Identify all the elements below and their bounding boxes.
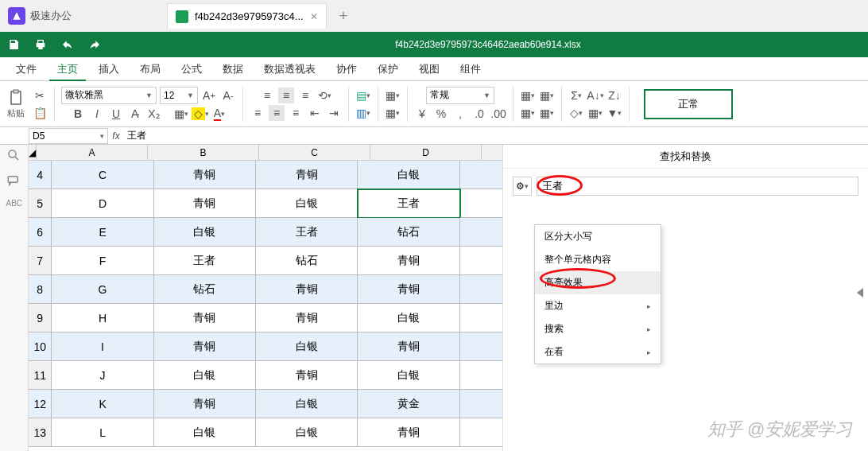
fill-color-button[interactable]: ◇▾ — [192, 106, 208, 122]
menu-item[interactable]: 搜索▸ — [535, 317, 661, 340]
scroll-left-icon[interactable] — [857, 288, 863, 297]
indent-icon[interactable]: ⇤ — [307, 105, 323, 121]
cell-style-preview[interactable]: 正常 — [644, 89, 733, 119]
cell[interactable]: 王者 — [358, 189, 459, 218]
close-icon[interactable]: ✕ — [310, 11, 318, 22]
cell[interactable]: 白银 — [358, 304, 459, 332]
cell[interactable]: 白银 — [256, 189, 358, 218]
ribbon-tab-6[interactable]: 数据透视表 — [256, 57, 324, 81]
row-header[interactable]: 13 — [29, 418, 52, 447]
cell[interactable]: 白银 — [358, 161, 459, 189]
cell[interactable]: I — [52, 332, 153, 361]
decrease-font-icon[interactable]: A- — [220, 87, 236, 103]
paste-button[interactable]: 粘贴 — [6, 88, 25, 119]
underline-button[interactable]: U — [108, 106, 124, 122]
cell[interactable]: F — [52, 247, 153, 275]
cell[interactable]: 白银 — [256, 390, 358, 418]
cell[interactable]: 王者 — [154, 247, 256, 275]
autosum-icon[interactable]: Σ▾ — [568, 87, 584, 103]
cell-style-icon[interactable]: ▦▾ — [520, 105, 536, 121]
row-header[interactable]: 5 — [29, 189, 52, 218]
clear-icon[interactable]: ◇▾ — [568, 105, 584, 121]
orientation-icon[interactable]: ⟲▾ — [316, 87, 332, 103]
column-header[interactable]: B — [148, 145, 259, 161]
cell[interactable]: 青铜 — [154, 189, 256, 218]
increase-font-icon[interactable]: A+ — [201, 87, 217, 103]
fx-icon[interactable]: fx — [108, 130, 124, 142]
cell[interactable]: 青铜 — [154, 161, 256, 189]
ribbon-tab-5[interactable]: 数据 — [215, 57, 251, 81]
ribbon-tab-4[interactable]: 公式 — [173, 57, 210, 81]
delete-rows-icon[interactable]: ▦▾ — [385, 105, 401, 121]
align-middle-icon[interactable]: ≡ — [278, 87, 294, 103]
row-header[interactable]: 8 — [29, 275, 52, 304]
bold-button[interactable]: B — [70, 106, 86, 122]
cell[interactable]: 青铜 — [358, 332, 459, 361]
cell[interactable]: 白银 — [358, 361, 459, 390]
name-box[interactable]: D5▾ — [29, 128, 108, 144]
increase-decimal-icon[interactable]: .00 — [490, 106, 506, 122]
row-header[interactable]: 10 — [29, 332, 52, 361]
menu-item[interactable]: 整个单元格内容 — [535, 248, 661, 271]
clear-style-icon[interactable]: ▦▾ — [539, 105, 555, 121]
cell[interactable]: 青铜 — [256, 161, 358, 189]
spreadsheet-grid[interactable]: ◢ ABCDEFGH 4C青铜青铜白银5D青铜白银王者6E白银王者钻石7F王者钻… — [29, 145, 868, 451]
cell[interactable]: 白银 — [256, 418, 358, 447]
cell[interactable]: 钻石 — [256, 247, 358, 275]
find-input[interactable] — [537, 177, 858, 196]
comments-icon[interactable] — [6, 173, 22, 189]
comma-icon[interactable]: , — [452, 106, 468, 122]
decrease-decimal-icon[interactable]: .0 — [471, 106, 487, 122]
cell[interactable]: 青铜 — [154, 304, 256, 332]
cell[interactable]: 青铜 — [154, 390, 256, 418]
cell[interactable]: 钻石 — [154, 275, 256, 304]
align-left-icon[interactable]: ≡ — [250, 105, 265, 121]
conditional-format-icon[interactable]: ▦▾ — [520, 87, 536, 103]
ribbon-tab-1[interactable]: 主页 — [49, 57, 86, 81]
format-painter-icon[interactable]: ✂ — [32, 87, 48, 103]
cell[interactable]: 青铜 — [358, 275, 459, 304]
cell[interactable]: G — [52, 275, 153, 304]
cell[interactable]: 白银 — [154, 218, 256, 247]
subscript-button[interactable]: X₂ — [146, 106, 162, 122]
cell[interactable]: 钻石 — [358, 218, 459, 247]
row-header[interactable]: 6 — [29, 218, 52, 247]
cell[interactable]: K — [52, 390, 153, 418]
row-header[interactable]: 4 — [29, 161, 52, 189]
search-icon[interactable] — [6, 148, 22, 164]
select-all-corner[interactable]: ◢ — [29, 145, 37, 161]
row-header[interactable]: 12 — [29, 390, 52, 418]
number-format-select[interactable]: 常规▼ — [426, 87, 494, 104]
font-color-button[interactable]: A▾ — [211, 106, 227, 122]
row-header[interactable]: 7 — [29, 247, 52, 275]
redo-button[interactable] — [81, 32, 108, 57]
ribbon-tab-3[interactable]: 布局 — [132, 57, 169, 81]
cell[interactable]: 白银 — [154, 418, 256, 447]
insert-rows-icon[interactable]: ▦▾ — [385, 87, 401, 103]
cell[interactable]: J — [52, 361, 153, 390]
column-header[interactable]: A — [37, 145, 148, 161]
save-button[interactable] — [0, 32, 27, 57]
font-size-select[interactable]: 12▼ — [160, 87, 198, 104]
cell[interactable]: D — [52, 189, 153, 218]
cell[interactable]: 青铜 — [256, 304, 358, 332]
menu-item[interactable]: 高亮效果 — [535, 271, 661, 294]
ribbon-tab-0[interactable]: 文件 — [8, 57, 45, 81]
ribbon-tab-9[interactable]: 视图 — [411, 57, 448, 81]
menu-item[interactable]: 在看▸ — [535, 340, 661, 364]
strikethrough-button[interactable]: A̶ — [127, 106, 143, 122]
cell[interactable]: 白银 — [256, 332, 358, 361]
align-bottom-icon[interactable]: ≡ — [297, 87, 313, 103]
font-family-select[interactable]: 微软雅黑▼ — [61, 87, 157, 104]
document-tab[interactable]: f4b242d3e9795973c4... ✕ — [167, 3, 327, 29]
filter-icon[interactable]: ▼▾ — [606, 105, 622, 121]
italic-button[interactable]: I — [89, 106, 105, 122]
cell[interactable]: 青铜 — [154, 332, 256, 361]
format-table-icon[interactable]: ▦▾ — [539, 87, 555, 103]
percent-icon[interactable]: % — [433, 106, 449, 122]
row-header[interactable]: 9 — [29, 304, 52, 332]
column-header[interactable]: D — [370, 145, 482, 161]
cell[interactable]: E — [52, 218, 153, 247]
ribbon-tab-10[interactable]: 组件 — [452, 57, 489, 81]
find-options-button[interactable]: ⚙▾ — [513, 177, 532, 196]
